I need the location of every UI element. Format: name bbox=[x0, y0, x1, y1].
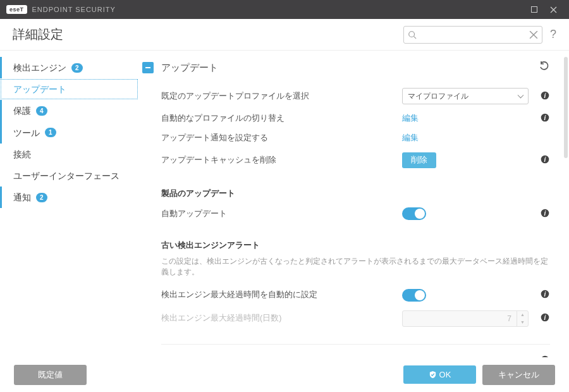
divider bbox=[161, 344, 550, 345]
label-auto-profile: 自動的なプロファイルの切り替え bbox=[161, 113, 402, 124]
window-close-button[interactable] bbox=[544, 0, 563, 19]
row-auto-set-age: 検出エンジン最大経過時間を自動的に設定 i bbox=[142, 285, 550, 306]
collapse-button[interactable] bbox=[142, 62, 154, 73]
svg-text:i: i bbox=[544, 209, 546, 216]
header: 詳細設定 ? bbox=[0, 19, 569, 51]
info-icon[interactable]: i bbox=[540, 91, 550, 102]
label-notify: アップデート通知を設定する bbox=[161, 133, 402, 144]
sidebar-item-3[interactable]: ツール1 bbox=[0, 122, 138, 144]
search-input[interactable] bbox=[420, 30, 525, 39]
svg-text:i: i bbox=[544, 314, 546, 321]
subheading-rollback: モジュールロールバック bbox=[161, 355, 529, 358]
svg-point-3 bbox=[409, 31, 415, 37]
sidebar-item-0[interactable]: 検出エンジン2 bbox=[0, 57, 138, 78]
titlebar: eseT ENDPOINT SECURITY bbox=[0, 0, 569, 19]
sidebar-item-label: ユーザーインターフェース bbox=[13, 170, 119, 181]
sidebar-item-5[interactable]: ユーザーインターフェース bbox=[0, 165, 138, 187]
sidebar-badge: 4 bbox=[36, 106, 47, 116]
window-maximize-button[interactable] bbox=[525, 0, 544, 19]
search-box[interactable] bbox=[403, 26, 542, 44]
undo-button[interactable] bbox=[539, 61, 550, 75]
defaults-button[interactable]: 既定値 bbox=[14, 365, 87, 385]
sidebar-item-label: 保護 bbox=[13, 105, 31, 116]
sidebar-item-6[interactable]: 通知2 bbox=[0, 187, 138, 208]
link-edit-auto-profile[interactable]: 編集 bbox=[402, 113, 529, 124]
footer: 既定値 OK キャンセル bbox=[0, 357, 569, 392]
info-icon[interactable]: i bbox=[540, 290, 550, 300]
toggle-auto-update[interactable] bbox=[402, 207, 426, 220]
square-icon bbox=[531, 6, 537, 13]
row-rollback: モジュールロールバック i bbox=[142, 351, 550, 358]
help-button[interactable]: ? bbox=[550, 28, 556, 41]
label-default-profile: 既定のアップデートプロファイルを選択 bbox=[161, 91, 402, 102]
section-header: アップデート bbox=[142, 61, 550, 75]
sidebar-badge: 1 bbox=[45, 128, 56, 137]
label-cache: アップデートキャッシュを削除 bbox=[161, 155, 402, 166]
label-auto-update: 自動アップデート bbox=[161, 209, 402, 219]
svg-line-4 bbox=[414, 36, 417, 39]
brand-badge: eseT bbox=[6, 5, 27, 14]
svg-text:i: i bbox=[544, 357, 546, 358]
product-name: ENDPOINT SECURITY bbox=[32, 6, 116, 13]
info-icon[interactable]: i bbox=[540, 113, 550, 124]
sidebar-item-label: 接続 bbox=[13, 149, 31, 160]
sidebar-item-label: 通知 bbox=[13, 192, 31, 203]
sidebar-item-label: 検出エンジン bbox=[13, 62, 66, 73]
sidebar-badge: 2 bbox=[71, 63, 83, 73]
shield-check-icon bbox=[429, 371, 437, 379]
profile-select[interactable]: マイプロファイル bbox=[402, 88, 529, 104]
section-title: アップデート bbox=[161, 62, 539, 74]
spinner-up[interactable]: ▲ bbox=[517, 311, 528, 319]
info-icon[interactable]: i bbox=[540, 355, 550, 357]
svg-text:i: i bbox=[544, 92, 546, 99]
info-icon[interactable]: i bbox=[540, 155, 550, 166]
info-icon[interactable]: i bbox=[540, 209, 550, 219]
subheading-alert: 古い検出エンジンアラート bbox=[142, 224, 550, 255]
profile-select-value: マイプロファイル bbox=[408, 91, 468, 102]
subheading-product-update: 製品のアップデート bbox=[142, 173, 550, 203]
search-icon bbox=[408, 30, 417, 39]
sidebar-item-label: ツール bbox=[13, 127, 40, 138]
sidebar-item-1[interactable]: アップデート bbox=[0, 78, 138, 100]
sidebar-item-2[interactable]: 保護4 bbox=[0, 100, 138, 121]
days-spinner[interactable]: ▲▼ bbox=[402, 310, 529, 327]
days-input bbox=[403, 314, 517, 323]
info-icon[interactable]: i bbox=[540, 313, 550, 324]
cancel-button[interactable]: キャンセル bbox=[482, 365, 555, 385]
row-auto-update: 自動アップデート i bbox=[142, 203, 550, 224]
label-auto-set-age: 検出エンジン最大経過時間を自動的に設定 bbox=[161, 290, 402, 300]
link-edit-notify[interactable]: 編集 bbox=[402, 133, 529, 144]
undo-icon bbox=[539, 61, 550, 72]
toggle-auto-set-age[interactable] bbox=[402, 289, 426, 302]
row-cache: アップデートキャッシュを削除 削除 i bbox=[142, 148, 550, 173]
alert-description: この設定は、検出エンジンが古くなったと判定されてアラートが表示されるまでの最大デ… bbox=[142, 255, 550, 285]
row-default-profile: 既定のアップデートプロファイルを選択 マイプロファイル i bbox=[142, 83, 550, 109]
ok-button[interactable]: OK bbox=[403, 365, 476, 384]
svg-text:i: i bbox=[544, 291, 546, 298]
scrollbar[interactable] bbox=[564, 57, 568, 158]
sidebar-item-4[interactable]: 接続 bbox=[0, 144, 138, 165]
sidebar: 検出エンジン2アップデート保護4ツール1接続ユーザーインターフェース通知2 bbox=[0, 51, 139, 357]
ok-label: OK bbox=[439, 370, 451, 379]
sidebar-badge: 2 bbox=[36, 193, 47, 202]
label-max-age-days: 検出エンジン最大経過時間(日数) bbox=[161, 313, 402, 324]
row-max-age-days: 検出エンジン最大経過時間(日数) ▲▼ i bbox=[142, 306, 550, 331]
page-title: 詳細設定 bbox=[13, 26, 63, 43]
spinner-down[interactable]: ▼ bbox=[517, 319, 528, 326]
content-pane: アップデート 既定のアップデートプロファイルを選択 マイプロファイル i 自動的… bbox=[139, 51, 569, 357]
row-auto-profile: 自動的なプロファイルの切り替え 編集 i bbox=[142, 109, 550, 128]
svg-text:i: i bbox=[544, 156, 546, 163]
close-icon bbox=[550, 6, 557, 13]
svg-text:i: i bbox=[544, 114, 546, 121]
clear-search-icon[interactable] bbox=[529, 30, 538, 39]
delete-cache-button[interactable]: 削除 bbox=[402, 152, 436, 168]
minus-icon bbox=[145, 64, 151, 71]
sidebar-item-label: アップデート bbox=[13, 83, 66, 95]
svg-rect-0 bbox=[532, 7, 537, 13]
row-notify: アップデート通知を設定する 編集 . bbox=[142, 128, 550, 148]
